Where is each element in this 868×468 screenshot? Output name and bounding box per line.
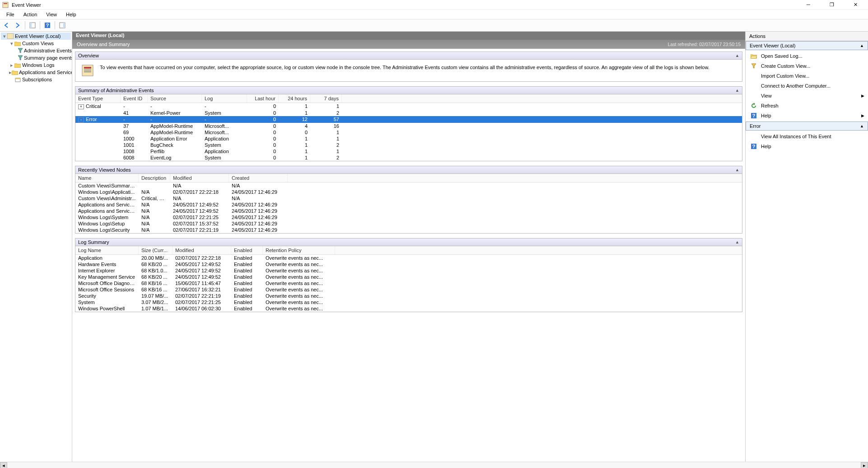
tree-twisty-icon[interactable]: ▾ xyxy=(2,33,7,39)
overview-section-header[interactable]: Overview ▲ xyxy=(75,51,742,60)
column-header[interactable]: Modified xyxy=(170,174,229,182)
logsummary-section-header[interactable]: Log Summary ▲ xyxy=(75,238,742,246)
scroll-left-button[interactable]: ◂ xyxy=(0,462,7,468)
table-row[interactable]: Custom Views\Administr...Critical, Er...… xyxy=(75,195,742,201)
table-row[interactable]: -Error---01257 xyxy=(75,116,742,123)
table-row[interactable]: Microsoft Office Sessions68 KB/16 ...27/… xyxy=(75,286,742,293)
action-connect-computer[interactable]: Connect to Another Computer... xyxy=(746,81,868,91)
table-row[interactable]: 41Kernel-PowerSystem012 xyxy=(75,110,742,116)
action-import-custom-view[interactable]: Import Custom View... xyxy=(746,71,868,81)
show-tree-button[interactable] xyxy=(28,20,37,30)
column-header[interactable]: Log xyxy=(202,94,247,103)
logsummary-grid[interactable]: Log NameSize (Curr...ModifiedEnabledRete… xyxy=(75,246,742,312)
tree-subscriptions[interactable]: Subscriptions xyxy=(8,76,71,83)
column-header[interactable]: Retention Policy xyxy=(263,246,335,254)
column-header[interactable]: Created xyxy=(229,174,288,182)
action-open-saved-log[interactable]: Open Saved Log... xyxy=(746,51,868,61)
expander-icon[interactable]: + xyxy=(78,104,84,109)
tree-custom-views[interactable]: ▾ Custom Views xyxy=(8,40,71,47)
actions-group-error[interactable]: Error ▲ xyxy=(746,122,868,131)
table-row[interactable]: 6008EventLogSystem012 xyxy=(75,154,742,161)
action-view-all-instances[interactable]: View All Instances of This Event xyxy=(746,131,868,141)
table-row[interactable]: Application20.00 MB/...02/07/2017 22:22:… xyxy=(75,255,742,261)
table-row[interactable]: Windows Logs\SecurityN/A02/07/2017 22:21… xyxy=(75,227,742,233)
help-button[interactable]: ? xyxy=(42,20,52,30)
action-help-2[interactable]: ? Help xyxy=(746,141,868,151)
menu-file[interactable]: File xyxy=(3,11,18,18)
tree-windows-logs[interactable]: ▸ Windows Logs xyxy=(8,61,71,69)
table-row[interactable]: Windows PowerShell1.07 MB/1...14/06/2017… xyxy=(75,305,742,312)
menu-help[interactable]: Help xyxy=(62,11,80,18)
menu-view[interactable]: View xyxy=(42,11,61,18)
table-row[interactable]: Microsoft Office Diagnosti...68 KB/16 ..… xyxy=(75,280,742,286)
table-row[interactable]: Applications and Service...N/A24/05/2017… xyxy=(75,208,742,214)
column-header[interactable]: Enabled xyxy=(231,246,263,254)
column-header[interactable]: Description xyxy=(139,174,170,182)
table-row[interactable]: Windows Logs\SetupN/A02/07/2017 15:37:52… xyxy=(75,220,742,227)
table-row[interactable]: 1000Application ErrorApplication011 xyxy=(75,136,742,142)
tree-twisty-icon[interactable]: ▸ xyxy=(9,62,14,68)
tree-admin-events[interactable]: Administrative Events xyxy=(15,47,71,54)
chevron-up-icon[interactable]: ▲ xyxy=(860,43,864,48)
last-refreshed: Last refreshed: 02/07/2017 23:50:15 xyxy=(668,42,741,47)
table-row[interactable]: Key Management Service68 KB/20 ...24/05/… xyxy=(75,274,742,280)
table-row[interactable]: Windows Logs\Applicati...N/A02/07/2017 2… xyxy=(75,189,742,195)
table-row[interactable]: 1008PerflibApplication011 xyxy=(75,148,742,154)
menu-action[interactable]: Action xyxy=(20,11,41,18)
action-create-custom-view[interactable]: Create Custom View... xyxy=(746,61,868,71)
svg-rect-1 xyxy=(4,3,7,4)
table-row[interactable]: +Critical---011 xyxy=(75,103,742,110)
action-label: View xyxy=(761,93,772,98)
collapse-icon[interactable]: ▲ xyxy=(735,53,739,58)
collapse-icon[interactable]: ▲ xyxy=(735,168,739,172)
svg-rect-13 xyxy=(84,70,91,70)
recent-grid[interactable]: NameDescriptionModifiedCreated Custom Vi… xyxy=(75,174,742,233)
action-refresh[interactable]: Refresh xyxy=(746,101,868,111)
collapse-icon[interactable]: ▲ xyxy=(735,88,739,93)
forward-button[interactable] xyxy=(13,20,23,30)
tree-summary-page-events[interactable]: Summary page events xyxy=(15,54,71,61)
action-pane-button[interactable] xyxy=(57,20,67,30)
table-row[interactable]: Hardware Events68 KB/20 ...24/05/2017 12… xyxy=(75,261,742,267)
svg-text:?: ? xyxy=(752,144,756,149)
column-header[interactable]: Log Name xyxy=(75,246,139,254)
column-header[interactable]: Source xyxy=(148,94,202,103)
table-row[interactable]: Windows Logs\SystemN/A02/07/2017 22:21:2… xyxy=(75,214,742,220)
action-help[interactable]: ? Help ▶ xyxy=(746,111,868,121)
summary-grid[interactable]: Event TypeEvent IDSourceLogLast hour24 h… xyxy=(75,94,742,161)
tree-root[interactable]: ▾ Event Viewer (Local) xyxy=(1,33,71,40)
folder-icon xyxy=(12,69,18,75)
table-row[interactable]: 69AppModel-RuntimeMicrosoft...001 xyxy=(75,129,742,136)
tree-horizontal-scrollbar[interactable]: ◂ ▸ xyxy=(0,462,868,468)
back-button[interactable] xyxy=(2,20,12,30)
table-row[interactable]: Security19.07 MB/...02/07/2017 22:21:19E… xyxy=(75,293,742,299)
column-header[interactable]: Size (Curr... xyxy=(139,246,173,254)
tree-apps-services-logs[interactable]: ▸ Applications and Services Lo xyxy=(8,69,71,76)
chevron-up-icon[interactable]: ▲ xyxy=(860,124,864,128)
column-header[interactable]: 24 hours xyxy=(279,94,310,103)
minimize-button[interactable]: ─ xyxy=(801,2,816,8)
expander-icon[interactable]: - xyxy=(78,117,84,122)
column-header[interactable]: Last hour xyxy=(247,94,279,103)
collapse-icon[interactable]: ▲ xyxy=(735,240,739,244)
actions-group-local[interactable]: Event Viewer (Local) ▲ xyxy=(746,41,868,50)
recent-section-header[interactable]: Recently Viewed Nodes ▲ xyxy=(75,166,742,174)
table-row[interactable]: 37AppModel-RuntimeMicrosoft...0416 xyxy=(75,123,742,129)
column-header[interactable]: Event ID xyxy=(121,94,148,103)
maximize-button[interactable]: ❐ xyxy=(825,2,839,8)
table-row[interactable]: Custom Views\Summary...N/AN/A xyxy=(75,183,742,189)
column-header[interactable]: Event Type xyxy=(75,94,121,103)
table-row[interactable]: Applications and Service...N/A24/05/2017… xyxy=(75,201,742,208)
tree-twisty-icon[interactable]: ▾ xyxy=(9,41,14,47)
column-header[interactable]: Name xyxy=(75,174,139,182)
summary-section-header[interactable]: Summary of Administrative Events ▲ xyxy=(75,86,742,94)
table-row[interactable]: System3.07 MB/2...02/07/2017 22:21:25Ena… xyxy=(75,299,742,305)
scroll-right-button[interactable]: ▸ xyxy=(861,462,868,468)
console-tree[interactable]: ▾ Event Viewer (Local) ▾ Custom Views Ad… xyxy=(0,32,72,462)
close-button[interactable]: ✕ xyxy=(848,2,863,8)
column-header[interactable]: 7 days xyxy=(310,94,342,103)
table-row[interactable]: 1001BugCheckSystem012 xyxy=(75,142,742,148)
column-header[interactable]: Modified xyxy=(173,246,231,254)
action-view[interactable]: View ▶ xyxy=(746,91,868,101)
table-row[interactable]: Internet Explorer68 KB/1.0...24/05/2017 … xyxy=(75,267,742,274)
